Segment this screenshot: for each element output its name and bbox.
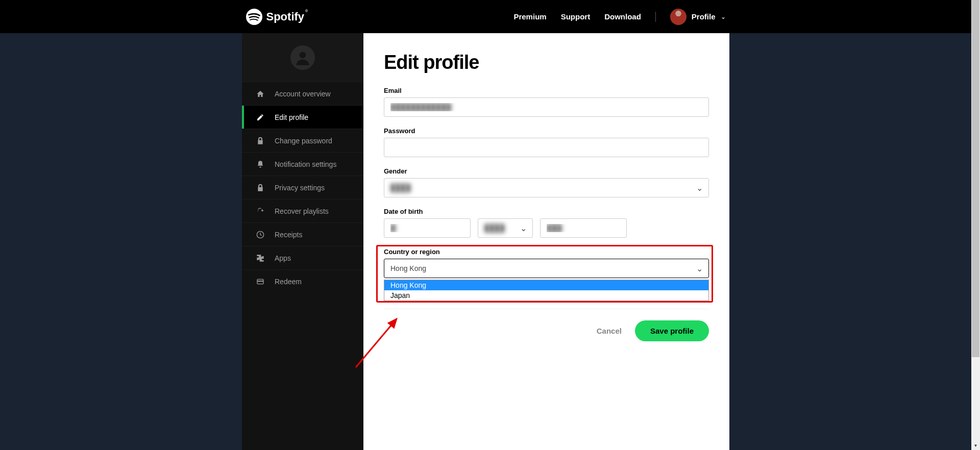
sidebar-item-recover-playlists[interactable]: Recover playlists — [242, 199, 363, 222]
sidebar-item-apps[interactable]: Apps — [242, 246, 363, 269]
clock-icon — [256, 231, 264, 239]
lock-icon — [256, 137, 264, 145]
country-selected-value: Hong Kong — [390, 264, 426, 272]
country-select[interactable]: Hong Kong — [384, 259, 709, 278]
sidebar-item-label: Change password — [275, 137, 332, 145]
sidebar-item-label: Account overview — [275, 90, 331, 98]
nav-support[interactable]: Support — [561, 12, 591, 21]
password-label: Password — [384, 127, 709, 135]
sidebar-item-edit-profile[interactable]: Edit profile — [242, 105, 363, 129]
sidebar-item-overview[interactable]: Account overview — [242, 82, 363, 105]
account-sidebar: Account overview Edit profile Change pas… — [242, 33, 363, 450]
sidebar-item-label: Redeem — [275, 278, 302, 286]
cancel-button[interactable]: Cancel — [597, 327, 622, 335]
card-icon — [256, 278, 264, 286]
gender-select[interactable]: ████ — [384, 178, 709, 197]
sidebar-item-label: Receipts — [275, 231, 302, 239]
sidebar-avatar-placeholder — [290, 45, 315, 70]
sidebar-item-change-password[interactable]: Change password — [242, 129, 363, 152]
sidebar-item-redeem[interactable]: Redeem — [242, 269, 363, 293]
save-profile-button[interactable]: Save profile — [635, 320, 709, 341]
lock-icon — [256, 184, 264, 192]
nav-divider — [655, 12, 656, 22]
puzzle-icon — [256, 254, 264, 262]
nav-download[interactable]: Download — [604, 12, 641, 21]
dob-month-select[interactable]: ████ — [478, 218, 533, 238]
spotify-logo[interactable]: Spotify — [246, 9, 305, 25]
pencil-icon — [256, 113, 264, 121]
sidebar-item-label: Privacy settings — [275, 184, 325, 192]
bell-icon — [256, 160, 264, 168]
sidebar-item-label: Notification settings — [275, 160, 336, 168]
sidebar-item-receipts[interactable]: Receipts — [242, 222, 363, 246]
person-icon — [295, 50, 310, 65]
avatar — [670, 9, 687, 25]
email-label: Email — [384, 87, 709, 94]
browser-scrollbar-thumb[interactable] — [972, 0, 979, 357]
email-field[interactable] — [384, 97, 709, 117]
sidebar-avatar-area — [242, 33, 363, 82]
dob-year-field[interactable] — [540, 218, 627, 238]
country-option-hong-kong[interactable]: Hong Kong — [384, 280, 708, 290]
scrollbar-arrow-down-icon[interactable]: ▼ — [971, 441, 980, 450]
gender-label: Gender — [384, 167, 709, 175]
chevron-down-icon: ⌄ — [721, 13, 726, 20]
dob-day-field[interactable] — [384, 218, 471, 238]
form-divider — [384, 309, 709, 309]
svg-point-1 — [300, 52, 306, 58]
profile-label: Profile — [692, 12, 716, 21]
nav-premium[interactable]: Premium — [513, 12, 546, 21]
sidebar-item-label: Apps — [275, 254, 291, 262]
country-dropdown-panel: Hong Kong Japan — [384, 280, 709, 301]
sidebar-item-notification-settings[interactable]: Notification settings — [242, 152, 363, 176]
main-content: Edit profile Email Password Gender ████ … — [363, 33, 729, 450]
page-title: Edit profile — [384, 52, 709, 73]
top-navbar: Spotify Premium Support Download Profile… — [0, 0, 971, 33]
refresh-icon — [256, 207, 264, 215]
browser-scrollbar-track[interactable] — [971, 0, 980, 450]
profile-menu[interactable]: Profile ⌄ — [670, 9, 726, 25]
home-icon — [256, 90, 264, 98]
spotify-logo-icon — [246, 9, 262, 25]
sidebar-item-privacy-settings[interactable]: Privacy settings — [242, 176, 363, 199]
country-field-group: Country or region Hong Kong ⌄ Hong Kong … — [384, 248, 709, 278]
brand-name: Spotify — [266, 10, 305, 23]
country-option-japan[interactable]: Japan — [384, 290, 708, 301]
sidebar-item-label: Recover playlists — [275, 207, 329, 215]
sidebar-item-label: Edit profile — [275, 113, 308, 121]
svg-rect-4 — [257, 281, 263, 282]
password-field[interactable] — [384, 138, 709, 157]
dob-label: Date of birth — [384, 208, 709, 215]
country-label: Country or region — [384, 248, 709, 256]
